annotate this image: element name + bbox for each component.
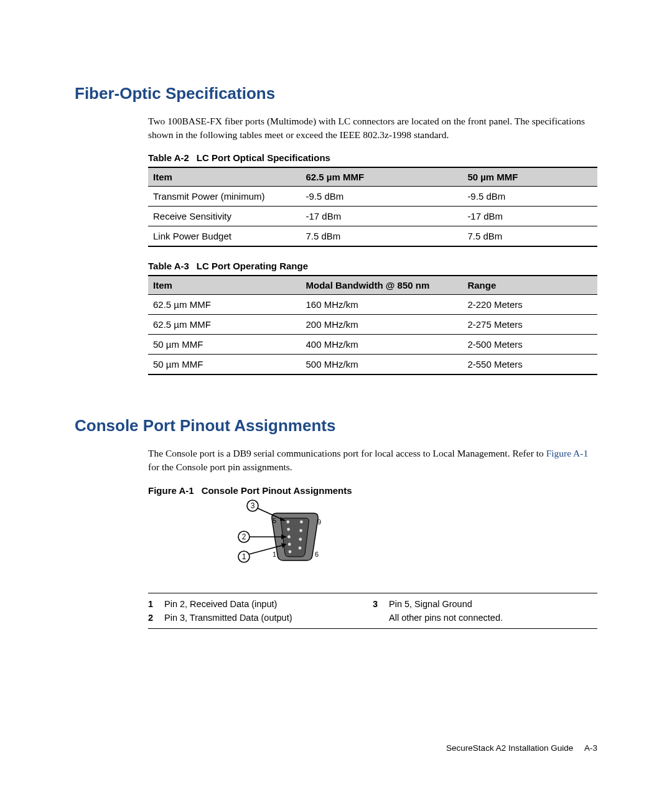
- table-a3: Item Modal Bandwidth @ 850 nm Range 62.5…: [148, 275, 597, 375]
- console-port-heading: Console Port Pinout Assignments: [75, 416, 597, 435]
- cell: 2-500 Meters: [462, 335, 597, 355]
- table-row: Receive Sensitivity -17 dBm -17 dBm: [148, 207, 597, 226]
- svg-point-8: [300, 520, 303, 523]
- svg-text:1: 1: [242, 552, 246, 561]
- cell: -9.5 dBm: [301, 187, 462, 207]
- table-a2: Item 62.5 µm MMF 50 µm MMF Transmit Powe…: [148, 167, 597, 247]
- svg-point-0: [289, 550, 292, 553]
- table-row: Transmit Power (minimum) -9.5 dBm -9.5 d…: [148, 187, 597, 207]
- cell: 50 µm MMF: [148, 335, 301, 355]
- table-row: 62.5 µm MMF 160 MHz/km 2-220 Meters: [148, 295, 597, 315]
- svg-point-2: [287, 535, 291, 538]
- svg-point-4: [286, 520, 289, 523]
- svg-text:5: 5: [273, 517, 276, 524]
- svg-point-6: [299, 537, 302, 541]
- table-a3-caption: Table A-3LC Port Operating Range: [148, 261, 597, 271]
- svg-point-1: [288, 542, 291, 546]
- cell: 2-275 Meters: [462, 315, 597, 335]
- table-a2-h2: 62.5 µm MMF: [301, 167, 462, 187]
- legend-text-4: All other pins not connected.: [389, 611, 503, 625]
- table-row: 50 µm MMF 500 MHz/km 2-550 Meters: [148, 355, 597, 375]
- footer-page: A-3: [584, 743, 597, 753]
- table-a2-title: LC Port Optical Specifications: [197, 152, 330, 163]
- table-a3-h1: Item: [148, 276, 301, 295]
- table-a3-number: Table A-3: [148, 261, 189, 271]
- console-para-pre: The Console port is a DB9 serial communi…: [148, 448, 546, 458]
- svg-point-7: [299, 529, 302, 532]
- console-para-post: for the Console port pin assignments.: [148, 462, 292, 472]
- figure-a1-link[interactable]: Figure A-1: [546, 448, 589, 458]
- table-a2-number: Table A-2: [148, 152, 189, 163]
- page-footer: SecureStack A2 Installation Guide A-3: [446, 743, 597, 753]
- svg-text:2: 2: [242, 532, 246, 541]
- console-paragraph: The Console port is a DB9 serial communi…: [148, 447, 597, 473]
- footer-book: SecureStack A2 Installation Guide: [446, 743, 573, 753]
- table-a3-h3: Range: [462, 276, 597, 295]
- cell: 7.5 dBm: [301, 226, 462, 247]
- legend-num-blank: [373, 611, 389, 625]
- figure-a1-title: Console Port Pinout Assignments: [202, 485, 352, 496]
- cell: -17 dBm: [301, 207, 462, 226]
- cell: 400 MHz/km: [301, 335, 462, 355]
- cell: -9.5 dBm: [462, 187, 597, 207]
- cell: 200 MHz/km: [301, 315, 462, 335]
- table-a2-caption: Table A-2LC Port Optical Specifications: [148, 152, 597, 163]
- svg-point-3: [287, 527, 290, 531]
- cell: 500 MHz/km: [301, 355, 462, 375]
- cell: 2-550 Meters: [462, 355, 597, 375]
- table-row: Link Power Budget 7.5 dBm 7.5 dBm: [148, 226, 597, 247]
- legend-text-2: Pin 3, Transmitted Data (output): [164, 611, 292, 625]
- table-row: 50 µm MMF 400 MHz/km 2-500 Meters: [148, 335, 597, 355]
- cell: 50 µm MMF: [148, 355, 301, 375]
- cell: 2-220 Meters: [462, 295, 597, 315]
- cell: 62.5 µm MMF: [148, 315, 301, 335]
- legend-text-3: Pin 5, Signal Ground: [389, 598, 472, 611]
- legend-num-2: 2: [148, 611, 164, 625]
- svg-text:6: 6: [315, 551, 319, 558]
- table-a3-title: LC Port Operating Range: [197, 261, 308, 271]
- figure-legend: 1 Pin 2, Received Data (input) 3 Pin 5, …: [148, 593, 597, 630]
- svg-text:3: 3: [251, 501, 255, 510]
- figure-a1: 3 2 1 5 1 9 6: [148, 500, 597, 574]
- db9-connector-icon: 3 2 1 5 1 9 6: [235, 500, 360, 573]
- cell: 160 MHz/km: [301, 295, 462, 315]
- cell: 62.5 µm MMF: [148, 295, 301, 315]
- cell: -17 dBm: [462, 207, 597, 226]
- figure-a1-number: Figure A-1: [148, 485, 194, 496]
- cell: Link Power Budget: [148, 226, 301, 247]
- fiber-paragraph: Two 100BASE-FX fiber ports (Multimode) w…: [148, 114, 597, 141]
- table-a3-h2: Modal Bandwidth @ 850 nm: [301, 276, 462, 295]
- legend-text-1: Pin 2, Received Data (input): [164, 598, 277, 611]
- svg-point-5: [299, 546, 302, 549]
- legend-num-3: 3: [373, 598, 389, 611]
- svg-text:1: 1: [273, 551, 276, 558]
- table-a2-h3: 50 µm MMF: [462, 167, 597, 187]
- fiber-optic-specifications-heading: Fiber-Optic Specifications: [75, 84, 597, 103]
- cell: Transmit Power (minimum): [148, 187, 301, 207]
- cell: Receive Sensitivity: [148, 207, 301, 226]
- legend-num-1: 1: [148, 598, 164, 611]
- svg-text:9: 9: [317, 518, 321, 526]
- cell: 7.5 dBm: [462, 226, 597, 247]
- figure-a1-caption: Figure A-1Console Port Pinout Assignment…: [148, 485, 597, 496]
- table-a2-h1: Item: [148, 167, 301, 187]
- table-row: 62.5 µm MMF 200 MHz/km 2-275 Meters: [148, 315, 597, 335]
